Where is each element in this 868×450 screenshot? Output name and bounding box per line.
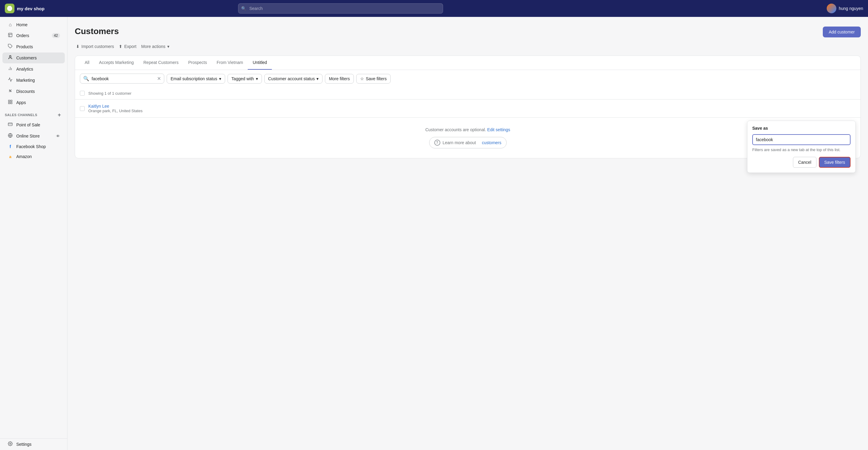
sidebar-item-products[interactable]: Products: [2, 41, 65, 52]
tabs-row: All Accepts Marketing Repeat Customers P…: [75, 56, 861, 70]
info-icon: ?: [434, 140, 440, 146]
svg-rect-0: [7, 7, 11, 7]
sidebar-item-label: Customers: [16, 56, 37, 60]
sidebar-item-apps[interactable]: Apps: [2, 97, 65, 108]
amazon-icon: a: [7, 154, 13, 159]
sidebar-item-online-store[interactable]: Online Store 👁: [2, 130, 65, 142]
search-filter: 🔍 ✕: [80, 73, 164, 84]
svg-point-10: [10, 91, 11, 92]
customer-location: Orange park, FL, United States: [88, 109, 143, 113]
import-icon: ⬇: [76, 44, 80, 49]
sidebar-scroll: ⌂ Home Orders 42 Products: [0, 17, 67, 450]
page-title: Customers: [75, 27, 119, 36]
page-header: Customers Add customer: [75, 27, 861, 37]
tagged-with-filter-button[interactable]: Tagged with ▾: [227, 74, 262, 84]
svg-point-20: [10, 443, 11, 444]
star-icon: ☆: [360, 76, 364, 81]
table-row[interactable]: Kaitlyn Lee Orange park, FL, United Stat…: [75, 99, 861, 118]
apps-icon: [7, 99, 13, 106]
sidebar-item-amazon[interactable]: a Amazon: [2, 152, 65, 161]
header-actions: Add customer: [823, 27, 861, 37]
row-checkbox[interactable]: [80, 106, 85, 111]
brand[interactable]: my dev shop: [5, 4, 44, 13]
clear-search-button[interactable]: ✕: [157, 76, 161, 82]
more-filters-button[interactable]: More filters: [325, 74, 353, 84]
save-as-input[interactable]: [752, 134, 850, 145]
sidebar-item-label: Orders: [16, 33, 29, 38]
settings-section: Settings: [0, 438, 67, 450]
sidebar-item-orders[interactable]: Orders 42: [2, 30, 65, 41]
tab-all[interactable]: All: [80, 56, 94, 70]
select-all-checkbox[interactable]: [80, 91, 85, 96]
search-input[interactable]: [238, 3, 443, 13]
sidebar-item-facebook-shop[interactable]: f Facebook Shop: [2, 142, 65, 151]
eye-icon: 👁: [56, 134, 60, 139]
top-nav: my dev shop 🔍 hung nguyen: [0, 0, 868, 17]
customers-icon: [7, 55, 13, 61]
save-popup-hint: Filters are saved as a new tab at the to…: [752, 148, 850, 152]
tab-accepts-marketing[interactable]: Accepts Marketing: [94, 56, 138, 70]
save-as-popup: Save as Filters are saved as a new tab a…: [747, 121, 856, 173]
chevron-down-icon: ▾: [219, 76, 221, 81]
save-filters-confirm-button[interactable]: Save filters: [819, 157, 850, 168]
chevron-down-icon: ▾: [167, 44, 169, 49]
analytics-icon: [7, 66, 13, 72]
svg-rect-16: [8, 123, 12, 125]
tab-prospects[interactable]: Prospects: [183, 56, 212, 70]
products-icon: [7, 44, 13, 50]
save-filters-button[interactable]: ☆ Save filters: [356, 74, 391, 84]
orders-icon: [7, 33, 13, 39]
sales-channels-label: SALES CHANNELS +: [0, 108, 67, 119]
email-subscription-filter-button[interactable]: Email subscription status ▾: [167, 74, 225, 84]
customer-name: Kaitlyn Lee: [88, 104, 143, 109]
edit-settings-link[interactable]: Edit settings: [487, 127, 510, 132]
sidebar-item-label: Marketing: [16, 78, 35, 83]
export-button[interactable]: ⬆ Export: [118, 42, 137, 51]
footer-info: Customer accounts are optional. Edit set…: [75, 118, 861, 158]
sidebar-item-label: Point of Sale: [16, 122, 40, 127]
add-customer-button[interactable]: Add customer: [823, 27, 861, 37]
sidebar-item-discounts[interactable]: Discounts: [2, 86, 65, 97]
sidebar-item-customers[interactable]: Customers: [2, 53, 65, 63]
tab-from-vietnam[interactable]: From Vietnam: [212, 56, 248, 70]
add-sales-channel-button[interactable]: +: [56, 112, 62, 118]
home-icon: ⌂: [7, 22, 13, 27]
cancel-button[interactable]: Cancel: [793, 157, 816, 168]
optional-text: Customer accounts are optional. Edit set…: [85, 127, 851, 132]
discounts-icon: [7, 88, 13, 94]
sidebar-item-label: Discounts: [16, 89, 35, 94]
import-customers-button[interactable]: ⬇ Import customers: [75, 42, 115, 51]
customer-search-input[interactable]: [92, 76, 155, 81]
sidebar-item-settings[interactable]: Settings: [2, 439, 65, 450]
sidebar-item-label: Amazon: [16, 154, 32, 159]
save-popup-actions: Cancel Save filters: [752, 157, 850, 168]
sidebar-item-label: Home: [16, 22, 27, 27]
user-area[interactable]: hung nguyen: [827, 4, 863, 13]
brand-icon: [5, 4, 14, 13]
search-icon: 🔍: [241, 6, 246, 11]
sidebar-item-label: Products: [16, 44, 33, 49]
tab-untitled[interactable]: Untitled: [248, 56, 272, 70]
customer-count: Showing 1 of 1 customer: [88, 91, 131, 96]
marketing-icon: [7, 77, 13, 83]
tab-repeat-customers[interactable]: Repeat Customers: [138, 56, 184, 70]
customers-link[interactable]: customers: [482, 140, 501, 145]
username: hung nguyen: [839, 6, 863, 11]
sidebar-item-marketing[interactable]: Marketing: [2, 75, 65, 86]
svg-point-5: [9, 56, 11, 57]
customer-account-status-filter-button[interactable]: Customer account status ▾: [264, 74, 323, 84]
chevron-down-icon: ▾: [316, 76, 318, 81]
avatar: [827, 4, 836, 13]
orders-badge: 42: [52, 33, 60, 38]
main-content: Customers Add customer ⬇ Import customer…: [67, 17, 868, 450]
facebook-icon: f: [7, 144, 13, 149]
svg-rect-13: [10, 100, 12, 102]
customer-info: Kaitlyn Lee Orange park, FL, United Stat…: [88, 104, 143, 113]
svg-rect-14: [8, 102, 10, 104]
sidebar-item-home[interactable]: ⌂ Home: [2, 20, 65, 30]
settings-icon: [7, 441, 13, 447]
sidebar-item-analytics[interactable]: Analytics: [2, 64, 65, 74]
save-popup-title: Save as: [752, 126, 850, 130]
more-actions-button[interactable]: More actions ▾: [140, 42, 170, 51]
sidebar-item-point-of-sale[interactable]: Point of Sale: [2, 119, 65, 130]
